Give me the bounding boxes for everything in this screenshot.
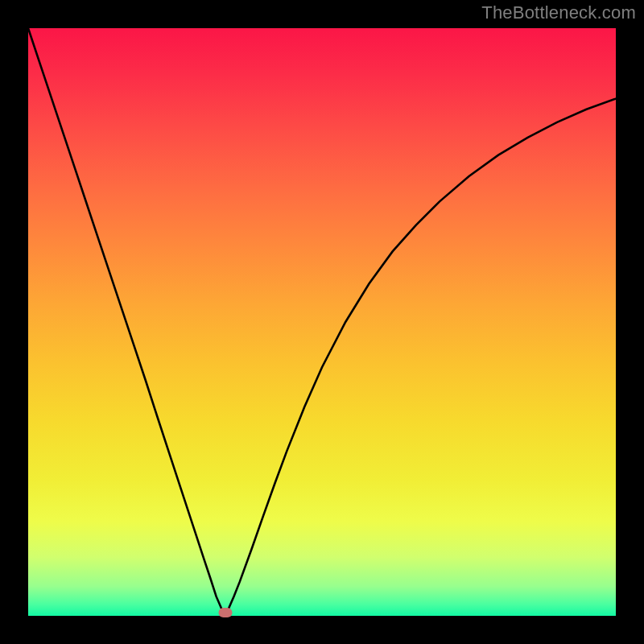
- watermark-text: TheBottleneck.com: [481, 2, 636, 23]
- bottleneck-curve: [28, 28, 616, 616]
- chart-frame: TheBottleneck.com: [0, 0, 644, 644]
- plot-area: [28, 28, 616, 616]
- minimum-marker: [218, 608, 232, 617]
